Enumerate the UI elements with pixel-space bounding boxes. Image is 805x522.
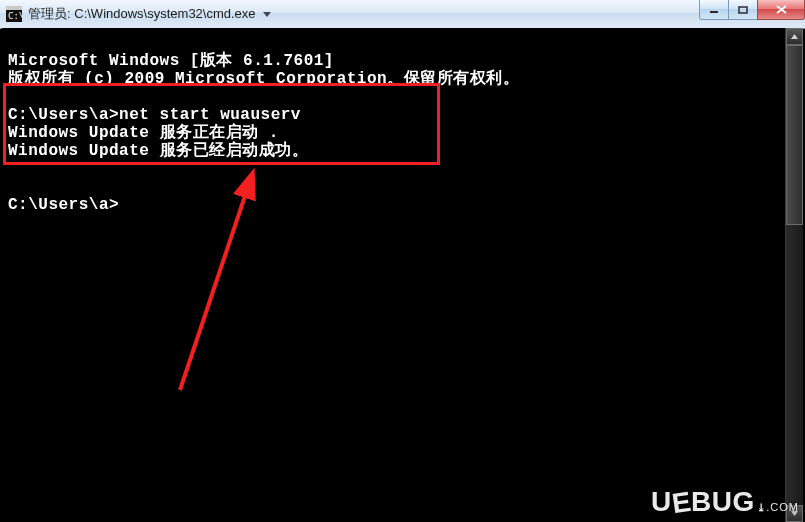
term-line: C:\Users\a> — [8, 196, 119, 214]
terminal-area[interactable]: Microsoft Windows [版本 6.1.7601] 版权所有 (c)… — [2, 28, 803, 522]
window-title: 管理员: C:\Windows\system32\cmd.exe — [28, 5, 256, 23]
svg-marker-3 — [263, 12, 271, 17]
download-icon: ⤓ — [757, 502, 766, 513]
svg-marker-8 — [791, 34, 798, 39]
terminal-output: Microsoft Windows [版本 6.1.7601] 版权所有 (c)… — [8, 52, 799, 214]
watermark-text: U — [651, 486, 672, 518]
maximize-button[interactable] — [728, 0, 758, 20]
watermark: UEBUG⤓.COM — [651, 486, 799, 518]
svg-rect-4 — [710, 11, 718, 13]
scroll-up-button[interactable] — [786, 28, 803, 45]
term-line: 版权所有 (c) 2009 Microsoft Corporation。保留所有… — [8, 70, 519, 88]
title-dropdown-icon[interactable] — [260, 7, 274, 21]
svg-text:C:\: C:\ — [8, 11, 22, 21]
watermark-text: E — [670, 486, 693, 520]
cmd-icon: C:\ — [6, 6, 22, 22]
watermark-text: .COM — [766, 501, 799, 513]
title-path: C:\Windows\system32\cmd.exe — [74, 6, 255, 21]
term-line: Microsoft Windows [版本 6.1.7601] — [8, 52, 334, 70]
svg-rect-5 — [739, 7, 747, 13]
scrollbar[interactable] — [785, 28, 803, 522]
title-prefix: 管理员: — [28, 6, 71, 21]
term-line: Windows Update 服务已经启动成功。 — [8, 142, 308, 160]
window-buttons — [700, 0, 805, 20]
close-button[interactable] — [757, 0, 805, 20]
scroll-thumb[interactable] — [786, 45, 803, 225]
term-line: C:\Users\a>net start wuauserv — [8, 106, 301, 124]
svg-rect-1 — [6, 6, 22, 10]
cmd-window: C:\ 管理员: C:\Windows\system32\cmd.exe Mic… — [0, 0, 805, 522]
minimize-button[interactable] — [699, 0, 729, 20]
titlebar[interactable]: C:\ 管理员: C:\Windows\system32\cmd.exe — [0, 0, 805, 29]
watermark-text: BUG — [691, 486, 755, 518]
term-line: Windows Update 服务正在启动 . — [8, 124, 279, 142]
